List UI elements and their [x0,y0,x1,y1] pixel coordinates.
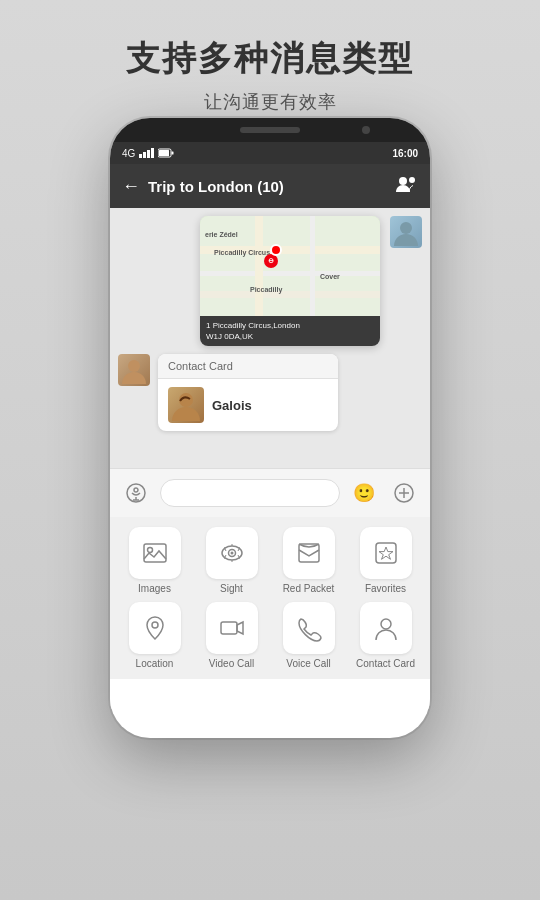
svg-point-3 [399,177,407,185]
page-subtitle: 让沟通更有效率 [0,90,540,114]
images-icon-box[interactable] [129,527,181,579]
voice-call-label: Voice Call [286,658,330,669]
action-voice-call[interactable]: Voice Call [272,602,345,669]
signal-bars [139,148,154,158]
sight-icon-box[interactable] [206,527,258,579]
svg-rect-1 [172,152,174,155]
contact-card-header: Contact Card [158,354,338,379]
red-packet-icon-box[interactable] [283,527,335,579]
action-red-packet[interactable]: Red Packet [272,527,345,594]
action-images[interactable]: Images [118,527,191,594]
contact-card-message: Contact Card Galois [118,354,422,431]
sender-avatar-right [390,216,422,248]
action-location[interactable]: Location [118,602,191,669]
map-address: 1 Piccadilly Circus,London W1J 0DA,UK [200,316,380,346]
sender-avatar-left [118,354,150,386]
avatar-image [390,216,422,248]
svg-point-4 [409,177,415,183]
svg-rect-2 [159,150,169,156]
tube-icon: ⊖ [264,254,278,268]
svg-point-19 [230,552,233,555]
action-contact-card[interactable]: Contact Card [349,602,422,669]
svg-point-22 [152,622,158,628]
message-input[interactable] [160,479,340,507]
action-favorites[interactable]: Favorites [349,527,422,594]
voice-call-icon-box[interactable] [283,602,335,654]
svg-point-9 [134,488,138,492]
back-button[interactable]: ← [122,176,140,197]
svg-point-16 [147,548,152,553]
phone-speaker [240,127,300,133]
map-pin [270,244,282,256]
contact-photo [168,387,204,423]
images-label: Images [138,583,171,594]
contact-card-label: Contact Card [356,658,415,669]
chat-header: ← Trip to London (10) [110,164,430,208]
battery-icon [158,148,174,158]
favorites-label: Favorites [365,583,406,594]
svg-point-24 [381,619,391,629]
video-call-icon-box[interactable] [206,602,258,654]
status-bar: 4G 16:00 [110,142,430,164]
action-grid: Images Sight [110,517,430,679]
map-message-bubble[interactable]: Piccadilly Circus Cover Piccadilly erie … [200,216,380,346]
svg-rect-15 [144,544,166,562]
contact-card-icon-box[interactable] [360,602,412,654]
contact-card-bubble[interactable]: Contact Card Galois [158,354,338,431]
emoji-button[interactable]: 🙂 [348,477,380,509]
video-call-label: Video Call [209,658,254,669]
red-packet-label: Red Packet [283,583,335,594]
chat-title: Trip to London (10) [148,178,396,195]
location-label: Location [136,658,174,669]
phone-bottom [110,679,430,709]
chat-area: Piccadilly Circus Cover Piccadilly erie … [110,208,430,468]
action-video-call[interactable]: Video Call [195,602,268,669]
contact-name: Galois [212,398,252,413]
phone-top-bar [110,118,430,142]
voice-input-button[interactable] [120,477,152,509]
status-network: 4G [122,148,174,159]
svg-rect-23 [221,622,237,634]
favorites-icon-box[interactable] [360,527,412,579]
status-time: 16:00 [392,148,418,159]
location-icon-box[interactable] [129,602,181,654]
chat-contacts-icon[interactable] [396,175,418,198]
page-title: 支持多种消息类型 [0,36,540,82]
plus-button[interactable] [388,477,420,509]
map-image: Piccadilly Circus Cover Piccadilly erie … [200,216,380,316]
svg-point-6 [128,360,140,372]
contact-card-body: Galois [158,379,338,431]
input-toolbar: 🙂 [110,468,430,517]
svg-point-5 [400,222,412,234]
phone-camera [362,126,370,134]
sight-label: Sight [220,583,243,594]
action-sight[interactable]: Sight [195,527,268,594]
phone-shell: 4G 16:00 ← Trip to London (10) [110,118,430,738]
